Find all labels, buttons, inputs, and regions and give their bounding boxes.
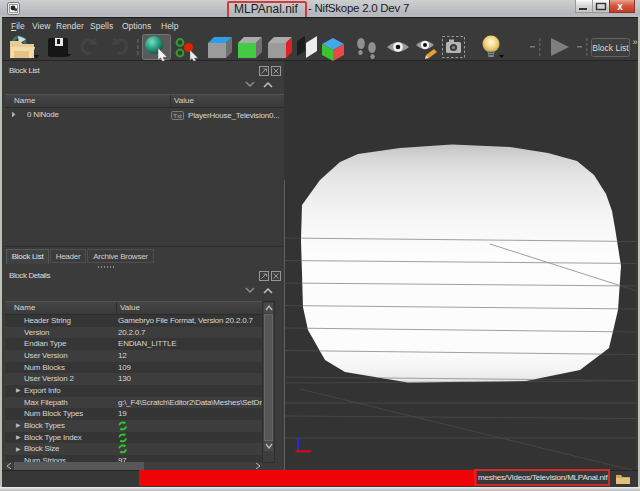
svg-text:x: x: [617, 1, 623, 12]
svg-text:Block List: Block List: [592, 43, 629, 53]
svg-text:Txt: Txt: [173, 113, 182, 119]
svg-text:»: »: [632, 37, 637, 47]
